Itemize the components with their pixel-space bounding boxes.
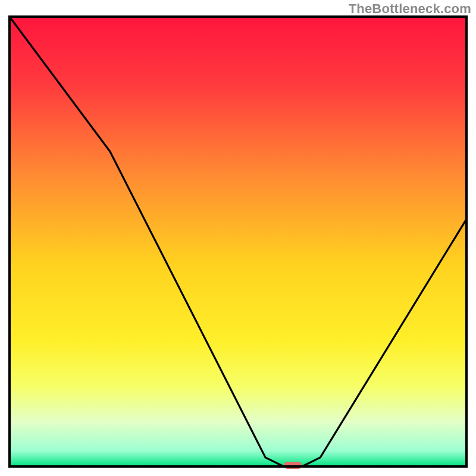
bottleneck-chart <box>0 0 476 476</box>
gradient-background <box>10 17 466 466</box>
watermark-text: TheBottleneck.com <box>349 1 471 17</box>
